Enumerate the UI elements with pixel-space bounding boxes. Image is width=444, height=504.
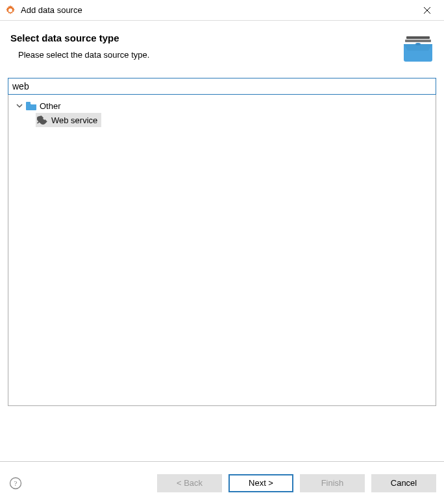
app-gear-icon	[5, 5, 16, 16]
svg-text:?: ?	[14, 479, 18, 487]
title-bar: Add data source	[0, 0, 444, 21]
svg-point-2	[415, 43, 421, 45]
close-button[interactable]	[413, 1, 441, 20]
back-button: < Back	[157, 474, 222, 492]
next-button[interactable]: Next >	[228, 474, 293, 492]
window-title: Add data source	[21, 5, 413, 15]
folder-icon	[25, 101, 37, 111]
search-input[interactable]	[8, 78, 436, 95]
tree-item-web-service[interactable]: Web service	[36, 113, 101, 127]
tree-group-label: Other	[40, 101, 61, 111]
tree-item-label: Web service	[51, 115, 97, 125]
chevron-down-icon[interactable]	[15, 101, 24, 110]
svg-rect-1	[405, 40, 431, 42]
svg-rect-3	[26, 102, 31, 104]
page-subtitle: Please select the data source type.	[10, 50, 397, 60]
datasource-tree[interactable]: Other Web service	[8, 95, 436, 406]
wizard-header: Select data source type Please select th…	[0, 21, 444, 70]
page-title: Select data source type	[10, 32, 397, 43]
plug-icon	[37, 115, 49, 125]
finish-button: Finish	[300, 474, 365, 492]
help-button[interactable]: ?	[8, 475, 23, 491]
datasource-box-icon	[402, 32, 434, 64]
svg-rect-0	[406, 36, 430, 39]
cancel-button[interactable]: Cancel	[371, 474, 436, 492]
wizard-footer: ? < Back Next > Finish Cancel	[0, 461, 444, 504]
tree-group-other[interactable]: Other	[8, 99, 436, 113]
